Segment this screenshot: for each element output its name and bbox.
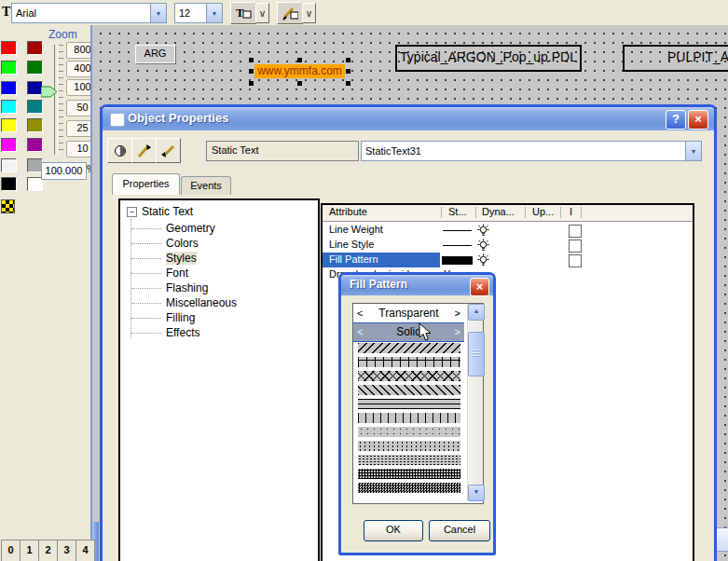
- color-swatch[interactable]: [27, 61, 43, 75]
- selection-handle[interactable]: [249, 58, 254, 62]
- color-swatch[interactable]: [27, 138, 43, 152]
- object-name-combo[interactable]: StaticText31 ▼: [361, 141, 702, 161]
- static-value-swatch[interactable]: [441, 239, 474, 251]
- line-color-dropdown-button[interactable]: v: [302, 3, 316, 23]
- tree-item-flashing[interactable]: Flashing: [120, 280, 318, 295]
- scroll-up-icon[interactable]: ▲: [468, 304, 485, 321]
- selection-handle[interactable]: [346, 81, 350, 86]
- dynamic-bulb-icon[interactable]: [477, 253, 489, 268]
- update-checkbox[interactable]: [569, 239, 582, 253]
- pattern-item[interactable]: [358, 455, 460, 465]
- tab-properties[interactable]: Properties: [112, 173, 180, 195]
- tree-item-font[interactable]: Font: [120, 266, 318, 280]
- ok-button[interactable]: OK: [364, 520, 423, 541]
- tree-collapse-icon[interactable]: −: [127, 207, 137, 217]
- color-swatch[interactable]: [1, 100, 17, 114]
- table-row-selected[interactable]: Fill Pattern: [323, 253, 693, 267]
- scrollbar-thumb[interactable]: [468, 332, 485, 376]
- apply-attributes-button[interactable]: [156, 138, 181, 163]
- color-swatch[interactable]: [27, 100, 43, 114]
- selection-handle[interactable]: [346, 69, 350, 74]
- pattern-item[interactable]: [358, 399, 460, 409]
- color-swatch[interactable]: [1, 61, 17, 75]
- color-swatch[interactable]: [27, 41, 43, 55]
- chevron-down-icon[interactable]: ▼: [206, 4, 222, 22]
- selection-handle[interactable]: [249, 69, 254, 74]
- pattern-item[interactable]: [358, 483, 460, 493]
- canvas-object-popup-pdl[interactable]: Typical_ARGON_Pop_up.PDL: [395, 45, 582, 72]
- pattern-item[interactable]: [358, 343, 460, 353]
- dialog-titlebar[interactable]: Fill Pattern ×: [341, 275, 493, 295]
- tree-item-effects[interactable]: Effects: [120, 325, 318, 340]
- dialog-titlebar[interactable]: Object Properties ? ×: [103, 107, 714, 130]
- color-swatch[interactable]: [1, 41, 17, 55]
- scroll-down-icon[interactable]: ▼: [468, 485, 485, 501]
- page-tab[interactable]: 4: [76, 540, 95, 561]
- chevron-down-icon[interactable]: ▼: [150, 4, 166, 22]
- tree-item-geometry[interactable]: Geometry: [120, 221, 318, 236]
- chevron-down-icon[interactable]: ▼: [685, 142, 701, 160]
- zoom-slider-track[interactable]: [54, 45, 58, 155]
- pin-button[interactable]: [107, 138, 132, 163]
- transparent-color-icon[interactable]: [1, 199, 15, 213]
- color-swatch[interactable]: [1, 81, 17, 95]
- table-row[interactable]: Line Weight: [323, 223, 693, 238]
- font-name-combo[interactable]: Arial ▼: [11, 3, 167, 23]
- dynamic-bulb-icon[interactable]: [477, 224, 489, 239]
- pattern-item[interactable]: [358, 469, 460, 479]
- page-tab[interactable]: 0: [1, 540, 21, 561]
- page-tab[interactable]: 1: [20, 540, 39, 561]
- pattern-item[interactable]: [358, 413, 460, 423]
- selection-handle[interactable]: [249, 81, 254, 86]
- right-arrow-icon[interactable]: >: [455, 305, 460, 322]
- text-color-button[interactable]: T: [230, 2, 256, 24]
- color-swatch[interactable]: [1, 158, 17, 172]
- text-color-dropdown-button[interactable]: v: [255, 3, 269, 23]
- pattern-list-scrollbar[interactable]: ▲ ▼: [467, 304, 483, 501]
- left-arrow-icon[interactable]: <: [357, 323, 363, 340]
- help-button[interactable]: ?: [666, 110, 686, 130]
- zoom-value-field[interactable]: 100.000: [41, 162, 87, 180]
- pattern-item[interactable]: [358, 427, 460, 437]
- static-value-swatch[interactable]: [441, 225, 474, 236]
- font-size-combo[interactable]: 12 ▼: [174, 3, 223, 23]
- color-swatch[interactable]: [27, 118, 43, 132]
- pattern-item[interactable]: [358, 385, 460, 395]
- page-tab[interactable]: 3: [57, 540, 76, 561]
- close-button[interactable]: ×: [688, 110, 708, 130]
- table-row[interactable]: Line Style: [323, 238, 693, 253]
- tree-item-filling[interactable]: Filling: [120, 310, 318, 325]
- dynamic-bulb-icon[interactable]: [477, 239, 489, 253]
- selection-handle[interactable]: [346, 58, 350, 62]
- canvas-object-pulpit[interactable]: PULPIT_ARG: [623, 45, 728, 72]
- update-checkbox[interactable]: [569, 254, 582, 267]
- static-value-swatch[interactable]: [441, 254, 474, 266]
- zoom-slider-thumb[interactable]: [41, 86, 58, 98]
- tree-item-styles[interactable]: Styles: [120, 251, 318, 266]
- pattern-item-solid-selected[interactable]: < Solid >: [353, 322, 464, 342]
- tree-item-miscellaneous[interactable]: Miscellaneous: [120, 295, 318, 310]
- selection-handle[interactable]: [297, 81, 302, 86]
- left-arrow-icon[interactable]: <: [357, 305, 363, 322]
- pattern-item-transparent[interactable]: < Transparent >: [353, 305, 464, 322]
- close-button[interactable]: ×: [470, 278, 489, 296]
- selected-static-text[interactable]: www.ymmfa.com: [254, 64, 345, 78]
- pattern-item[interactable]: [358, 371, 460, 381]
- color-swatch[interactable]: [1, 138, 17, 152]
- cancel-button[interactable]: Cancel: [429, 520, 490, 541]
- tab-events[interactable]: Events: [181, 176, 231, 195]
- line-color-button[interactable]: [277, 2, 303, 24]
- pattern-item[interactable]: [358, 357, 460, 367]
- selection-handle[interactable]: [297, 58, 302, 62]
- canvas-object-selected[interactable]: www.ymmfa.com: [249, 58, 351, 86]
- canvas-object-arg[interactable]: ARG: [135, 45, 175, 63]
- right-arrow-icon[interactable]: >: [455, 323, 460, 340]
- page-tab[interactable]: 2: [38, 540, 58, 561]
- color-swatch[interactable]: [1, 177, 17, 191]
- color-swatch[interactable]: [1, 118, 17, 132]
- pick-attributes-button[interactable]: [131, 138, 157, 163]
- pattern-item[interactable]: [358, 441, 460, 451]
- tree-item-colors[interactable]: Colors: [120, 236, 318, 251]
- update-checkbox[interactable]: [569, 225, 582, 238]
- tree-item-root[interactable]: − Static Text: [120, 204, 318, 219]
